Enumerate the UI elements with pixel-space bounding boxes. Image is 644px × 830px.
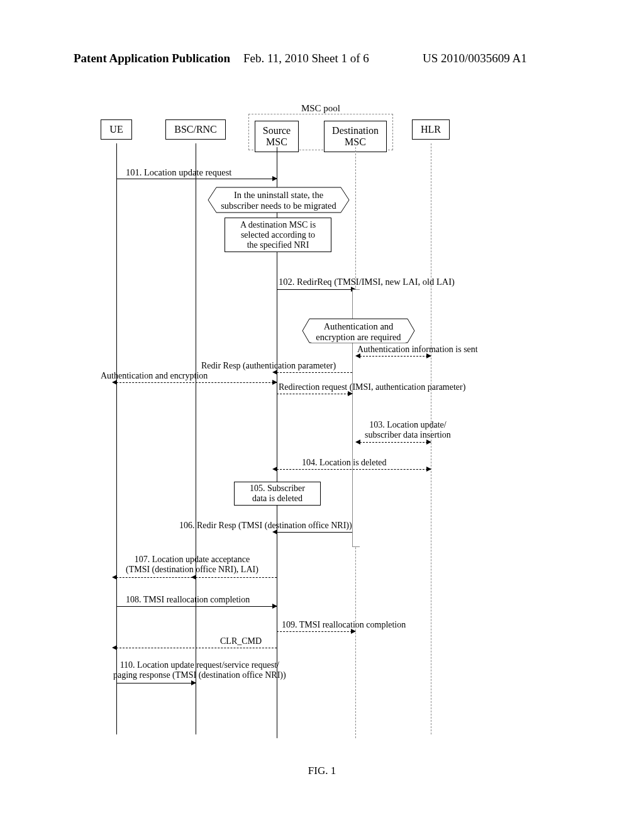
actor-dst-label: Destination MSC: [332, 125, 379, 147]
arrow-101: [116, 179, 277, 179]
msg-110: 110. Location update request/service req…: [113, 660, 286, 680]
arrow-106: [277, 532, 352, 533]
actor-src-label: Source MSC: [263, 125, 291, 147]
note-select-dest-box: A destination MSC is selected according …: [225, 218, 331, 252]
note-105-box: 105. Subscriber data is deleted: [234, 482, 321, 506]
arrow-redir-resp-auth-head: [272, 370, 277, 375]
arrow-redir-req-imsi: [277, 394, 352, 394]
arrow-107a-head: [112, 575, 117, 580]
arrow-103-r: [426, 440, 431, 445]
arrow-110: [116, 683, 196, 683]
arrow-auth-info-r: [426, 353, 431, 358]
arrow-clr-head: [112, 645, 117, 650]
msg-106: 106. Redir Resp (TMSI (destination offic…: [179, 521, 352, 531]
note-uninstall: In the uninstall state, the subscriber n…: [217, 190, 340, 211]
arrow-103: [360, 442, 431, 443]
actor-bsc-label: BSC/RNC: [174, 124, 217, 135]
arrow-104-l: [272, 467, 277, 472]
arrow-107a: [116, 577, 196, 578]
msg-108: 108. TMSI reallocation completion: [126, 595, 250, 605]
header-left: Patent Application Publication: [74, 52, 230, 65]
arrow-104: [277, 469, 431, 470]
arrow-auth-info: [360, 356, 431, 357]
msg-clr: CLR_CMD: [220, 636, 262, 646]
arrow-107b: [196, 577, 277, 578]
arrow-108: [116, 606, 277, 607]
sequence-diagram: MSC pool UE BSC/RNC Source MSC Destinati…: [94, 107, 560, 748]
arrow-ue-auth: [116, 382, 277, 383]
arrow-redir-req-imsi-head: [348, 391, 353, 396]
msg-redir-resp-auth: Redir Resp (authentication parameter): [201, 361, 336, 371]
arrow-109-head: [351, 629, 356, 634]
figure-caption: FIG. 1: [0, 765, 644, 777]
msg-103: 103. Location update/ subscriber data in…: [365, 420, 451, 440]
arrow-103-l: [355, 440, 360, 445]
msg-auth-info: Authentication information is sent: [357, 345, 478, 355]
arrow-102: [277, 289, 355, 290]
msc-pool-label: MSC pool: [296, 103, 346, 114]
lifeline-bsc: [196, 143, 196, 734]
msg-105: 105. Subscriber data is deleted: [250, 484, 305, 503]
arrow-auth-info-l: [355, 353, 360, 358]
msg-102: 102. RedirReq (TMSI/IMSI, new LAI, old L…: [279, 277, 455, 287]
arrow-ue-auth-r: [272, 380, 277, 385]
msg-101: 101. Location update request: [126, 167, 231, 178]
arrow-107b-head: [191, 575, 196, 580]
actor-ue-label: UE: [109, 124, 123, 135]
arrow-clr: [116, 648, 277, 648]
actor-hlr: HLR: [412, 119, 450, 140]
actor-hlr-label: HLR: [421, 124, 441, 135]
header-right: US 2010/0035609 A1: [423, 52, 527, 65]
arrow-109: [277, 631, 355, 632]
arrow-110-head: [191, 680, 196, 685]
actor-bsc: BSC/RNC: [165, 119, 226, 140]
arrow-redir-resp-auth: [277, 372, 352, 373]
header-mid: Feb. 11, 2010 Sheet 1 of 6: [243, 52, 369, 65]
arrow-106-head: [272, 529, 277, 534]
page: Patent Application Publication Feb. 11, …: [0, 0, 644, 830]
note-auth: Authentication and encryption are requir…: [311, 321, 406, 343]
arrow-ue-auth-l: [112, 380, 117, 385]
actor-ue: UE: [101, 119, 132, 140]
note-select-dest: A destination MSC is selected according …: [240, 220, 316, 250]
arrow-104-r: [426, 467, 431, 472]
msg-redir-req-imsi: Redirection request (IMSI, authenticatio…: [279, 382, 465, 392]
msg-109: 109. TMSI reallocation completion: [282, 620, 406, 630]
msg-104: 104. Location is deleted: [302, 458, 387, 468]
arrow-101-head: [272, 176, 277, 181]
msg-107: 107. Location update acceptance (TMSI (d…: [126, 555, 258, 575]
arrow-108-head: [272, 604, 277, 609]
